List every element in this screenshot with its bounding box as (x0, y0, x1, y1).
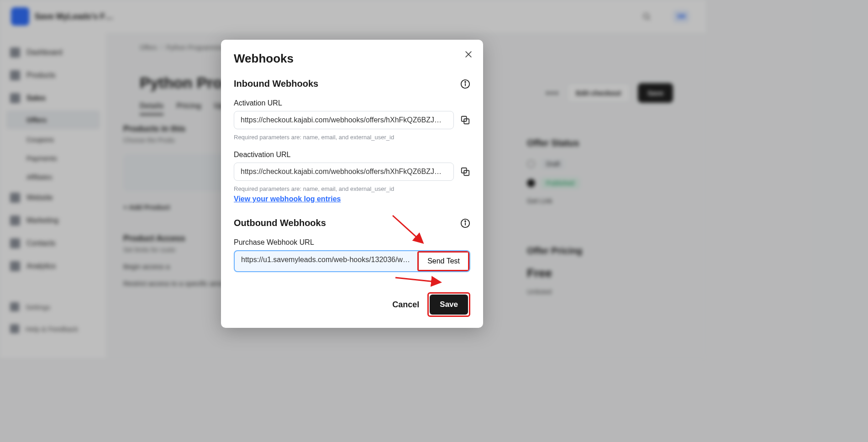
svg-point-13 (465, 221, 466, 221)
activation-url-label: Activation URL (234, 99, 470, 107)
activation-url-input[interactable]: https://checkout.kajabi.com/webhooks/off… (234, 111, 454, 129)
send-test-button[interactable]: Send Test (419, 253, 468, 270)
webhook-log-link[interactable]: View your webhook log entries (234, 195, 470, 203)
copy-icon[interactable] (460, 167, 470, 177)
outbound-section-title: Outbound Webhooks (234, 218, 326, 228)
modal-title: Webhooks (234, 52, 470, 66)
info-icon[interactable] (460, 218, 470, 228)
inbound-section-title: Inbound Webhooks (234, 79, 318, 89)
cancel-button[interactable]: Cancel (392, 300, 419, 310)
highlight-save: Save (427, 292, 470, 317)
purchase-url-label: Purchase Webhook URL (234, 238, 470, 247)
webhooks-modal: Webhooks Inbound Webhooks Activation URL… (221, 40, 483, 328)
deactivation-hint: Required parameters are: name, email, an… (234, 185, 470, 192)
copy-icon[interactable] (460, 115, 470, 125)
info-icon[interactable] (460, 79, 470, 89)
deactivation-url-input[interactable]: https://checkout.kajabi.com/webhooks/off… (234, 163, 454, 181)
purchase-url-input[interactable]: https://u1.savemyleads.com/web-hooks/132… (235, 251, 417, 271)
deactivation-url-label: Deactivation URL (234, 151, 470, 159)
save-button[interactable]: Save (430, 295, 468, 315)
highlight-send-test: Send Test (417, 251, 469, 271)
activation-hint: Required parameters are: name, email, an… (234, 134, 470, 141)
svg-point-6 (465, 81, 466, 82)
close-icon[interactable] (464, 50, 473, 59)
